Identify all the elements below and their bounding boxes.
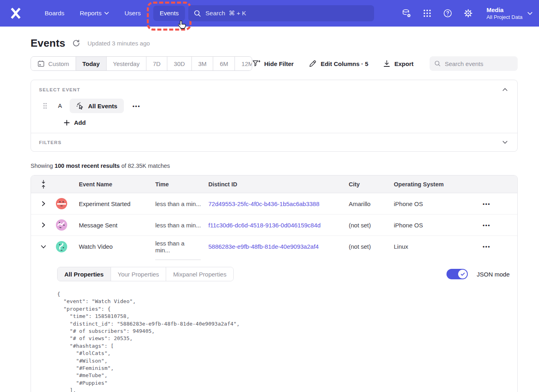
check-icon (461, 272, 465, 276)
tab-mixpanel-properties[interactable]: Mixpanel Properties (166, 267, 233, 281)
apps-grid-icon[interactable] (422, 8, 432, 18)
results-count: 100 most recent results (55, 163, 120, 169)
nav-item-events-label: Events (160, 10, 179, 17)
edit-columns-button[interactable]: Edit Columns · 5 (309, 60, 368, 68)
cell-city: (not set) (349, 222, 394, 229)
cell-city: Amarillo (349, 200, 394, 207)
event-selector-chip[interactable]: All Events (70, 99, 124, 113)
global-search[interactable] (188, 5, 374, 21)
project-selector[interactable]: Media All Project Data (486, 6, 533, 21)
data-management-icon[interactable] (402, 8, 411, 18)
table-row[interactable]: Experiment Started less than a min... 72… (31, 193, 517, 215)
results-suffix: of 82.35K matches (120, 163, 170, 169)
range-today[interactable]: Today (76, 57, 106, 70)
add-label: Add (74, 119, 86, 126)
export-button[interactable]: Export (383, 60, 414, 67)
range-custom[interactable]: Custom (31, 57, 76, 70)
date-range-selector: Custom Today Yesterday 7D 30D 3M 6M 12M (31, 56, 252, 71)
expand-collapse-all-button[interactable] (31, 180, 56, 189)
add-event-button[interactable]: Add (64, 119, 86, 126)
drag-handle[interactable] (43, 103, 47, 109)
range-3m[interactable]: 3M (191, 57, 213, 70)
events-search-input[interactable] (445, 60, 513, 67)
nav-item-reports[interactable]: Reports (72, 6, 117, 21)
range-6m[interactable]: 6M (213, 57, 235, 70)
settings-gear-icon[interactable] (463, 8, 473, 18)
column-time[interactable]: Time (155, 181, 208, 188)
cell-distinct-id-link[interactable]: 5886283e-e9fb-48fb-81de-40e9093a2af4 (208, 243, 349, 250)
nav-item-users[interactable]: Users (117, 6, 148, 21)
event-json-view: { "event": "Watch Video", "properties": … (57, 291, 510, 392)
chevron-down-icon (104, 12, 109, 15)
range-yesterday[interactable]: Yesterday (106, 57, 146, 70)
tab-your-properties[interactable]: Your Properties (111, 267, 166, 281)
nav-item-events[interactable]: Events (153, 6, 185, 21)
results-summary: Showing 100 most recent results of 82.35… (31, 163, 518, 169)
row-menu-button[interactable]: ••• (479, 199, 494, 208)
global-search-input[interactable] (206, 10, 368, 17)
nav-item-reports-label: Reports (80, 10, 101, 17)
cell-os: iPhone OS (394, 222, 477, 229)
last-updated-text: Updated 3 minutes ago (87, 40, 150, 47)
export-label: Export (394, 60, 414, 67)
column-event-name[interactable]: Event Name (79, 181, 155, 188)
table-row[interactable]: Message Sent less than a min... f11c30d6… (31, 215, 517, 236)
chevron-down-icon (502, 140, 508, 144)
pencil-icon (309, 60, 317, 68)
hide-filter-label: Hide Filter (264, 60, 294, 67)
mixpanel-logo-icon[interactable] (9, 6, 23, 20)
column-operating-system[interactable]: Operating System (394, 181, 477, 188)
chevron-right-icon (41, 201, 45, 206)
row-expand-chevron[interactable] (31, 201, 56, 206)
results-prefix: Showing (31, 163, 55, 169)
step-letter: A (56, 103, 64, 109)
range-12m[interactable]: 12M (235, 57, 252, 70)
json-mode-toggle[interactable] (446, 269, 468, 279)
cell-time: less than a min... (155, 240, 208, 254)
help-icon[interactable] (443, 8, 453, 18)
search-icon (194, 10, 201, 17)
cell-time: less than a min... (155, 200, 208, 207)
table-row-expanded[interactable]: Watch Video less than a min... 5886283e-… (31, 236, 517, 257)
chevron-right-icon (41, 222, 45, 228)
cell-city: (not set) (349, 243, 394, 250)
event-avatar (56, 241, 67, 252)
calendar-icon (37, 60, 45, 67)
toggle-knob (458, 270, 467, 279)
top-navbar: Boards Reports Users Events (0, 0, 539, 27)
page-title: Events (31, 37, 65, 50)
event-detail-panel: All Properties Your Properties Mixpanel … (31, 257, 517, 392)
json-mode-label: JSON mode (477, 271, 510, 278)
column-city[interactable]: City (349, 181, 394, 188)
cell-time: less than a min... (155, 222, 208, 229)
row-menu-button[interactable]: ••• (479, 221, 494, 230)
cell-distinct-id-link[interactable]: f11c30d6-dc6d-4518-9136-0d046159c84d (208, 222, 349, 229)
range-custom-label: Custom (48, 60, 69, 67)
project-scope: All Project Data (486, 14, 523, 21)
hide-filter-button[interactable]: Hide Filter (252, 60, 294, 67)
range-30d[interactable]: 30D (167, 57, 191, 70)
query-builder-card: SELECT EVENT A (31, 80, 518, 152)
download-icon (383, 60, 390, 67)
expand-filters-button[interactable] (501, 139, 509, 146)
row-menu-button[interactable]: ••• (479, 242, 494, 251)
row-expand-chevron[interactable] (31, 222, 56, 228)
filter-icon (252, 60, 260, 67)
event-more-button[interactable]: ••• (130, 101, 143, 111)
chevron-down-icon (527, 12, 533, 15)
cell-os: iPhone OS (394, 200, 477, 207)
cell-event-name: Experiment Started (79, 200, 155, 207)
cell-distinct-id-link[interactable]: 72d49553-25fc-4f0c-b436-1b5ac6ab3388 (208, 200, 349, 207)
project-name: Media (486, 6, 523, 14)
select-event-label: SELECT EVENT (39, 87, 80, 92)
column-distinct-id[interactable]: Distinct ID (208, 181, 349, 188)
events-search[interactable] (430, 56, 518, 71)
plus-icon (64, 120, 70, 126)
tab-all-properties[interactable]: All Properties (58, 267, 111, 281)
row-collapse-chevron[interactable] (31, 245, 56, 249)
range-7d[interactable]: 7D (146, 57, 167, 70)
nav-item-boards[interactable]: Boards (37, 6, 72, 21)
table-header-row: Event Name Time Distinct ID City Operati… (31, 175, 517, 193)
refresh-button[interactable] (72, 39, 80, 47)
collapse-select-event-button[interactable] (501, 86, 509, 93)
